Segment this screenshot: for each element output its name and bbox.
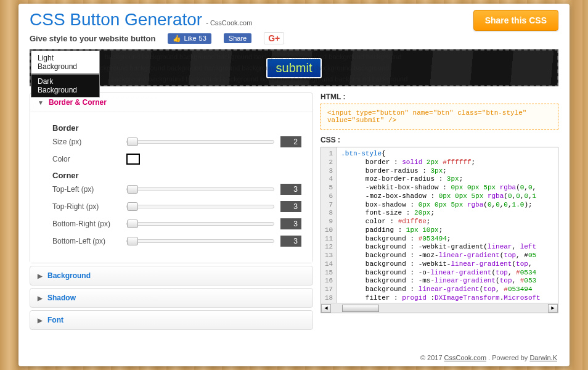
css-code-label: CSS : — [321, 136, 558, 144]
thumbs-up-icon: 👍 — [173, 35, 181, 43]
tr-label: Top-Right (px) — [52, 202, 126, 211]
chevron-right-icon: ▶ — [38, 273, 43, 279]
light-background-toggle[interactable]: Light Background — [31, 51, 100, 74]
fb-like-button[interactable]: 👍 Like 53 — [168, 33, 211, 44]
html-code-block[interactable]: <input type="button" name="btn" class="b… — [321, 104, 558, 130]
slider-thumb[interactable] — [127, 138, 138, 146]
code-lines: .btn-style{ border : solid 2px #ffffff; … — [337, 147, 544, 313]
preview-area: background background background backgro… — [30, 49, 558, 86]
bl-slider[interactable] — [126, 239, 274, 243]
horizontal-scrollbar[interactable]: ◀ ▶ — [321, 303, 558, 313]
slider-thumb[interactable] — [127, 220, 138, 228]
tagline: Give style to your website button — [30, 34, 155, 43]
slider-thumb[interactable] — [127, 237, 138, 245]
slider-thumb[interactable] — [127, 185, 138, 194]
br-value: 3 — [280, 218, 301, 229]
accordion-shadow[interactable]: ▶ Shadow — [30, 288, 313, 308]
dark-background-toggle[interactable]: Dark Background — [31, 74, 100, 97]
size-value: 2 — [280, 136, 301, 147]
preview-submit-button[interactable]: submit — [266, 58, 322, 78]
chevron-right-icon: ▶ — [38, 295, 43, 302]
slider-thumb[interactable] — [127, 202, 138, 211]
br-label: Bottom-Right (px) — [52, 220, 126, 228]
accordion-border-corner[interactable]: ▼ Border & Corner Border Size (px) 2 Col… — [30, 92, 313, 263]
chevron-down-icon: ▼ — [38, 99, 44, 106]
bl-value: 3 — [280, 236, 301, 247]
accordion-label: Font — [47, 316, 63, 324]
tr-slider[interactable] — [126, 205, 274, 208]
line-gutter: 1234567891011121314151617181920 — [321, 147, 337, 313]
footer-site-link[interactable]: CssCook.com — [444, 354, 486, 361]
fb-share-button[interactable]: Share — [224, 33, 251, 43]
border-heading: Border — [52, 123, 301, 133]
scroll-left-arrow[interactable]: ◀ — [321, 304, 331, 313]
accordion-label: Border & Corner — [49, 98, 107, 107]
color-label: Color — [52, 155, 126, 163]
color-picker[interactable] — [126, 154, 140, 165]
scroll-track[interactable] — [331, 304, 548, 313]
gplus-button[interactable]: G+ — [264, 32, 284, 44]
tl-value: 3 — [280, 184, 301, 195]
footer: © 2017 CssCook.com . Powered by Darwin.K — [420, 354, 557, 361]
accordion-label: Background — [47, 271, 91, 280]
tl-slider[interactable] — [126, 187, 274, 191]
chevron-right-icon: ▶ — [38, 317, 43, 324]
accordion-font[interactable]: ▶ Font — [30, 310, 313, 330]
page-title: CSS Button Generator — [30, 10, 202, 30]
footer-author-link[interactable]: Darwin.K — [529, 354, 557, 361]
br-slider[interactable] — [126, 222, 274, 226]
bl-label: Bottom-Left (px) — [52, 237, 126, 245]
css-code-block[interactable]: 1234567891011121314151617181920 .btn-sty… — [321, 147, 558, 313]
site-suffix: - CssCook.com — [206, 19, 252, 27]
size-slider[interactable] — [126, 140, 274, 144]
tl-label: Top-Left (px) — [52, 185, 126, 194]
scroll-thumb[interactable] — [342, 305, 379, 312]
accordion-label: Shadow — [47, 294, 76, 302]
tr-value: 3 — [280, 201, 301, 212]
scroll-right-arrow[interactable]: ▶ — [548, 304, 558, 313]
html-code-label: HTML : — [321, 92, 558, 101]
accordion-background[interactable]: ▶ Background — [30, 266, 313, 286]
corner-heading: Corner — [52, 171, 301, 180]
share-css-button[interactable]: Share this CSS — [473, 10, 558, 31]
size-label: Size (px) — [52, 138, 126, 146]
